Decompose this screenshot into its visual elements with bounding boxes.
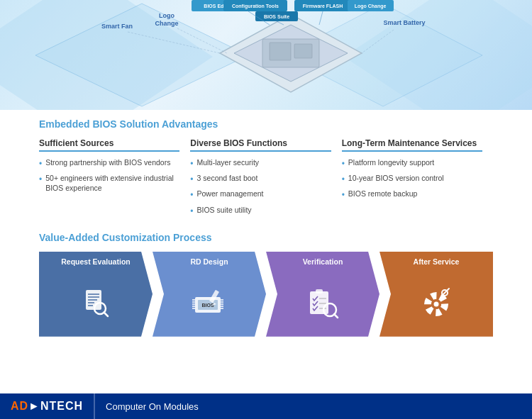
- after-service-icon: [418, 284, 455, 321]
- svg-text:Firmware FLASH: Firmware FLASH: [303, 4, 343, 9]
- col2-item1-text: Multi-layer security: [197, 157, 260, 167]
- rd-design-icon: BIOS: [189, 284, 229, 321]
- step4-box: After Service: [379, 252, 493, 337]
- svg-line-33: [104, 313, 109, 317]
- svg-text:Change: Change: [155, 20, 178, 27]
- process-steps: Request Evaluation: [39, 252, 493, 337]
- step2-icon-area: BIOS: [189, 269, 229, 336]
- step2-label: RD Design: [182, 252, 236, 269]
- bullet-icon: •: [190, 158, 193, 169]
- step-after-service: After Service: [379, 252, 493, 337]
- bullet-icon: •: [39, 174, 42, 185]
- col2-item1: • Multi-layer security: [190, 157, 331, 169]
- svg-marker-0: [35, 4, 248, 106]
- step3-label: Verification: [294, 252, 352, 269]
- svg-text:BIOS Suite: BIOS Suite: [264, 14, 289, 19]
- col3-title: Long-Term Maintenance Services: [342, 138, 482, 152]
- step3-box: Verification: [266, 252, 379, 337]
- process-section: Value-Added Customization Process Reques…: [39, 232, 493, 337]
- col2-item4-text: BIOS suite utility: [197, 205, 252, 215]
- col1-item2: • 50+ engineers with extensive industria…: [39, 173, 179, 193]
- svg-point-59: [434, 302, 439, 307]
- step1-label: Request Evaluation: [52, 252, 138, 269]
- col2-item2: • 3 second fast boot: [190, 173, 331, 185]
- bullet-icon: •: [342, 158, 345, 169]
- col3-item2: • 10-year BIOS version control: [342, 173, 482, 185]
- col2-item3: • Power management: [190, 189, 331, 201]
- footer-logo: AD►NTECH: [0, 393, 94, 419]
- footer: AD►NTECH Computer On Modules: [0, 393, 532, 419]
- col1-title: Sufficient Sources: [39, 138, 179, 152]
- svg-text:Logo: Logo: [159, 12, 174, 19]
- bullet-icon: •: [190, 206, 193, 217]
- bullet-icon: •: [190, 189, 193, 201]
- bullet-icon: •: [39, 158, 42, 169]
- col2-item4: • BIOS suite utility: [190, 205, 331, 217]
- svg-text:Logo Change: Logo Change: [355, 4, 387, 9]
- step1-icon-area: [77, 269, 114, 336]
- step4-label: After Service: [405, 252, 468, 269]
- svg-text:Configuration Tools: Configuration Tools: [232, 4, 279, 9]
- step-verification: Verification: [266, 252, 379, 337]
- bullet-icon: •: [190, 174, 193, 185]
- main-content: Embedded BIOS Solution Advantages Suffic…: [0, 110, 532, 344]
- col3-item3: • BIOS remote backup: [342, 189, 482, 201]
- section1-title: Embedded BIOS Solution Advantages: [39, 118, 493, 130]
- col3-item2-text: 10-year BIOS version control: [348, 173, 444, 183]
- svg-line-19: [319, 11, 323, 25]
- hero-section: BIOS Editor Configuration Tools BIOS Sui…: [0, 0, 532, 110]
- advantages-columns: Sufficient Sources • Strong partnership …: [39, 138, 493, 220]
- svg-text:Smart Fan: Smart Fan: [101, 23, 133, 30]
- bullet-icon: •: [342, 174, 345, 185]
- svg-rect-50: [310, 291, 328, 314]
- hero-svg: BIOS Editor Configuration Tools BIOS Sui…: [0, 0, 532, 110]
- svg-rect-6: [294, 44, 312, 58]
- svg-rect-51: [316, 289, 323, 294]
- col3-item1: • Platform longevity support: [342, 157, 482, 169]
- col2-item3-text: Power management: [197, 189, 264, 199]
- step-request-evaluation: Request Evaluation: [39, 252, 153, 337]
- col1-item2-text: 50+ engineers with extensive industrial …: [45, 173, 179, 193]
- svg-rect-5: [270, 43, 291, 60]
- step3-icon-area: [303, 269, 343, 336]
- col3-item3-text: BIOS remote backup: [348, 189, 417, 199]
- col3-item1-text: Platform longevity support: [348, 157, 434, 167]
- col-diverse-functions: Diverse BIOS Functions • Multi-layer sec…: [190, 138, 341, 220]
- col2-title: Diverse BIOS Functions: [190, 138, 331, 152]
- step2-box: RD Design BIOS: [153, 252, 266, 337]
- col2-item2-text: 3 second fast boot: [197, 173, 258, 183]
- step4-icon-area: [418, 269, 455, 336]
- footer-subtitle: Computer On Modules: [95, 401, 209, 412]
- footer-brand-ad: AD: [11, 400, 28, 412]
- svg-line-56: [334, 314, 338, 318]
- svg-text:Smart Battery: Smart Battery: [383, 19, 425, 26]
- col-longterm-maintenance: Long-Term Maintenance Services • Platfor…: [342, 138, 493, 220]
- footer-brand: AD►NTECH: [11, 400, 83, 413]
- svg-text:BIOS: BIOS: [201, 303, 214, 308]
- verification-icon: [303, 284, 343, 321]
- bullet-icon: •: [342, 189, 345, 201]
- col-sufficient-sources: Sufficient Sources • Strong partnership …: [39, 138, 190, 220]
- step-rd-design: RD Design BIOS: [153, 252, 266, 337]
- request-evaluation-icon: [77, 284, 114, 321]
- step1-box: Request Evaluation: [39, 252, 153, 337]
- col1-item1-text: Strong partnership with BIOS vendors: [45, 157, 170, 167]
- process-title: Value-Added Customization Process: [39, 232, 493, 243]
- col1-item1: • Strong partnership with BIOS vendors: [39, 157, 179, 169]
- footer-brand-vantech: ►NTECH: [28, 400, 83, 412]
